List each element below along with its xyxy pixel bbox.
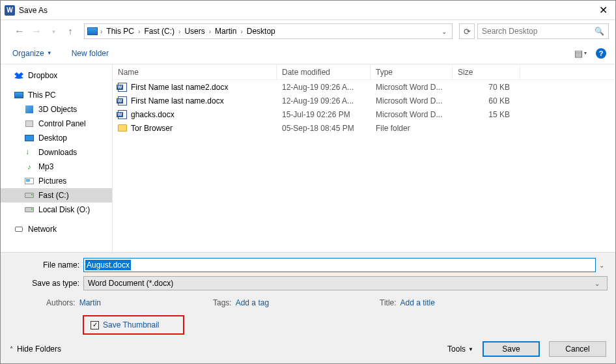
tags-value[interactable]: Add a tag [236, 298, 269, 307]
tree-label: 3D Objects [38, 105, 77, 114]
title-value[interactable]: Add a title [400, 298, 435, 307]
save-thumbnail-checkbox[interactable]: ✓ [91, 321, 99, 329]
close-button[interactable]: ✕ [595, 5, 611, 16]
tree-pictures[interactable]: Pictures [1, 174, 112, 188]
music-icon: ♪ [24, 162, 35, 171]
up-button[interactable]: ↑ [63, 26, 77, 36]
address-dropdown-icon[interactable]: ⌄ [439, 28, 449, 35]
tree-label: Dropbox [28, 71, 57, 80]
breadcrumb-drive[interactable]: Fast (C:) [141, 25, 177, 37]
tree-local-disk-o[interactable]: Local Disk (O:) [1, 203, 112, 217]
tree-downloads[interactable]: Downloads [1, 145, 112, 160]
saveastype-label: Save as type: [8, 279, 83, 288]
address-bar[interactable]: › This PC › Fast (C:) › Users › Martin ›… [84, 23, 453, 39]
file-type: Microsoft Word D... [371, 96, 453, 105]
filename-value: August.docx [85, 260, 131, 270]
network-icon [14, 225, 24, 234]
breadcrumb-desktop[interactable]: Desktop [244, 25, 278, 37]
nav-tree: Dropbox This PC 3D Objects Control Panel [1, 64, 113, 252]
saveastype-select[interactable]: Word Document (*.docx) ⌄ [83, 276, 608, 290]
tree-label: Desktop [38, 133, 67, 143]
refresh-button[interactable]: ⟳ [459, 23, 475, 39]
organize-menu[interactable]: Organize ▼ [12, 49, 52, 58]
desktop-icon [24, 133, 35, 143]
file-date: 12-Aug-19 09:26 A... [277, 96, 371, 105]
tree-thispc[interactable]: This PC [1, 88, 112, 102]
word-doc-icon [118, 96, 127, 105]
recent-dropdown-icon[interactable]: ▾ [46, 28, 61, 35]
chevron-down-icon: ▼ [47, 50, 52, 56]
organize-label: Organize [12, 49, 44, 58]
file-date: 05-Sep-18 08:45 PM [277, 124, 371, 133]
col-type[interactable]: Type [371, 64, 453, 79]
filename-label: File name: [8, 260, 83, 270]
save-thumbnail-label: Save Thumbnail [103, 320, 160, 329]
tree-label: Mp3 [38, 162, 53, 171]
chevron-right-icon: › [100, 28, 102, 35]
window-title: Save As [19, 6, 595, 15]
breadcrumb-user[interactable]: Martin [212, 25, 239, 37]
tree-mp3[interactable]: ♪ Mp3 [1, 160, 112, 174]
chevron-down-icon: ⌄ [591, 280, 603, 287]
view-options-button[interactable]: ▤▾ [574, 48, 587, 59]
new-folder-label: New folder [72, 49, 109, 58]
breadcrumb-users[interactable]: Users [182, 25, 207, 37]
file-row[interactable]: ghacks.docx15-Jul-19 02:26 PMMicrosoft W… [113, 107, 615, 121]
col-size[interactable]: Size [453, 64, 520, 79]
breadcrumb-thispc[interactable]: This PC [104, 25, 137, 37]
downloads-icon [24, 148, 35, 157]
nav-bar: ← → ▾ ↑ › This PC › Fast (C:) › Users › … [1, 20, 615, 42]
search-placeholder: Search Desktop [482, 27, 595, 36]
tree-3dobjects[interactable]: 3D Objects [1, 102, 112, 117]
file-name: First Name last name.docx [131, 96, 224, 105]
tree-controlpanel[interactable]: Control Panel [1, 117, 112, 131]
tree-fast-c[interactable]: Fast (C:) [1, 188, 112, 203]
tree-label: Downloads [38, 148, 77, 157]
save-button[interactable]: Save [483, 341, 540, 357]
file-list: Name Date modified Type Size First Name … [113, 64, 615, 252]
drive-icon [24, 191, 35, 200]
pc-icon [87, 27, 98, 35]
titlebar: W Save As ✕ [1, 1, 615, 20]
tree-label: Control Panel [38, 119, 86, 128]
file-row[interactable]: First Name last name.docx12-Aug-19 09:26… [113, 94, 615, 107]
col-name[interactable]: Name [113, 64, 277, 79]
tree-dropbox[interactable]: Dropbox [1, 68, 112, 83]
tree-network[interactable]: Network [1, 222, 112, 236]
tree-label: This PC [28, 91, 56, 100]
hide-folders-button[interactable]: ˄ Hide Folders [10, 344, 61, 354]
file-size: 15 KB [453, 110, 520, 119]
forward-button[interactable]: → [29, 25, 44, 37]
search-input[interactable]: Search Desktop 🔍 [477, 23, 609, 39]
help-icon[interactable]: ? [596, 48, 606, 59]
chevron-up-icon: ˄ [10, 346, 13, 353]
file-type: File folder [371, 124, 453, 133]
file-row[interactable]: First Name last name2.docx12-Aug-19 09:2… [113, 80, 615, 94]
new-folder-button[interactable]: New folder [72, 49, 109, 58]
tree-label: Pictures [38, 176, 66, 186]
chevron-right-icon: › [178, 28, 180, 35]
back-button[interactable]: ← [12, 25, 27, 37]
file-name: Tor Browser [131, 124, 173, 133]
save-as-dialog: W Save As ✕ ← → ▾ ↑ › This PC › Fast (C:… [0, 0, 616, 364]
chevron-right-icon: › [240, 28, 242, 35]
authors-value[interactable]: Martin [79, 298, 101, 307]
saveastype-value: Word Document (*.docx) [88, 279, 173, 288]
col-date[interactable]: Date modified [277, 64, 371, 79]
save-thumbnail-highlight: ✓ Save Thumbnail [83, 315, 184, 335]
word-doc-icon [118, 110, 127, 119]
tools-menu[interactable]: Tools ▼ [447, 344, 473, 354]
file-row[interactable]: Tor Browser05-Sep-18 08:45 PMFile folder [113, 121, 615, 135]
control-panel-icon [24, 119, 35, 128]
file-name: First Name last name2.docx [131, 83, 228, 92]
file-type: Microsoft Word D... [371, 83, 453, 92]
filename-input[interactable]: August.docx [83, 258, 596, 272]
pictures-icon [24, 176, 35, 186]
hide-folders-label: Hide Folders [17, 344, 61, 354]
main-area: Dropbox This PC 3D Objects Control Panel [1, 64, 615, 252]
title-label: Title: [380, 298, 397, 307]
bottom-panel: File name: August.docx ⌄ Save as type: W… [1, 252, 615, 363]
filename-dropdown-icon[interactable]: ⌄ [596, 262, 608, 269]
cancel-button[interactable]: Cancel [549, 341, 606, 357]
tree-desktop[interactable]: Desktop [1, 131, 112, 145]
